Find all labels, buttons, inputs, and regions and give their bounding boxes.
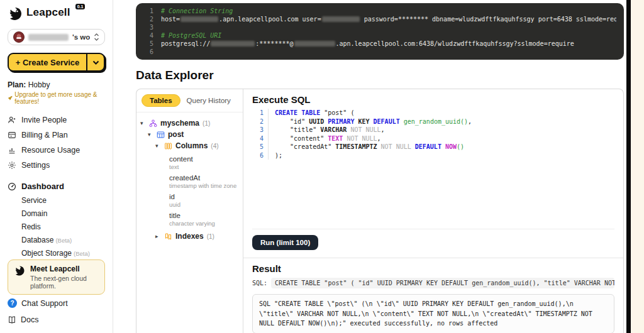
data-explorer-panel: Tables Query History ▾ myschema (1) ▾ po… (136, 89, 624, 333)
result-title: Result (252, 263, 614, 274)
workspace-selector[interactable]: 's work... (8, 29, 105, 45)
schema-icon (149, 119, 157, 128)
code-line: 6 (143, 48, 616, 56)
tab-tables[interactable]: Tables (142, 94, 180, 107)
redacted-host (294, 41, 335, 46)
schema-tree: ▾ myschema (1) ▾ post ▾ Columns ( (136, 112, 243, 247)
docs-link[interactable]: Docs (8, 312, 105, 328)
table-icon (157, 131, 165, 139)
beta-badge: (Beta) (74, 250, 90, 257)
code-line: 3 (143, 23, 616, 31)
window-edge-bar (626, 0, 631, 333)
app-screen: Leapcell 0.1 's work... + Create Service… (0, 0, 644, 333)
column-item-title[interactable]: title character varying (140, 212, 239, 227)
sidebar-item-dashboard[interactable]: Dashboard (8, 179, 105, 194)
tree-tabs: Tables Query History (136, 89, 243, 112)
promo-title: Meet Leapcell (30, 265, 99, 273)
meet-leapcell-banner[interactable]: Meet Leapcell The next-gen cloud platfor… (8, 259, 105, 295)
create-service-dropdown[interactable] (86, 54, 104, 70)
brand-logo-row: Leapcell 0.1 (8, 6, 105, 21)
result-sql-row: SQL: CREATE TABLE "post" ( "id" UUID PRI… (252, 278, 614, 288)
sidebar-item-billing[interactable]: Billing & Plan (8, 128, 105, 143)
chevron-right-icon[interactable]: ▸ (155, 233, 161, 239)
gauge-icon (8, 182, 16, 191)
tree-node-columns[interactable]: ▾ Columns (4) (140, 140, 239, 151)
dashboard-subitems: Service Domain Redis Database(Beta) Obje… (8, 194, 105, 259)
menu-label: Settings (21, 161, 50, 170)
tree-node-schema[interactable]: ▾ myschema (1) (140, 117, 239, 129)
docs-label: Docs (21, 315, 38, 324)
code-line: 4# PostgreSQL URI (143, 31, 616, 40)
question-circle-icon: ? (8, 298, 17, 308)
sidebar-item-invite-people[interactable]: Invite People (8, 112, 105, 128)
column-item-id[interactable]: id uuid (140, 193, 239, 208)
version-badge: 0.1 (75, 4, 86, 9)
columns-icon (164, 142, 172, 150)
leapcell-bird-icon (8, 6, 23, 21)
execute-sql-pane: Execute SQL 1CREATE TABLE "post" ( 2 "id… (243, 89, 623, 333)
dashboard-label: Dashboard (21, 182, 64, 191)
tree-node-table[interactable]: ▾ post (140, 129, 239, 140)
column-item-content[interactable]: content text (140, 155, 239, 170)
plan-label: Plan: (8, 80, 26, 89)
code-line: 2host=.apn.leapcellpool.com user= passwo… (143, 15, 616, 23)
book-icon (8, 315, 16, 324)
create-service-button[interactable]: + Create Service (8, 53, 105, 72)
editor-line: 1CREATE TABLE "post" ( (252, 109, 614, 117)
indexes-icon (164, 232, 172, 241)
result-section: Result SQL: CREATE TABLE "post" ( "id" U… (243, 258, 623, 333)
sidebar-item-object-storage[interactable]: Object Storage(Beta) (21, 246, 105, 259)
tree-node-indexes[interactable]: ▸ Indexes (1) (140, 231, 239, 242)
sidebar-item-redis[interactable]: Redis (21, 220, 105, 233)
person-add-icon (8, 116, 16, 124)
editor-line: 2 "id" UUID PRIMARY KEY DEFAULT gen_rand… (252, 117, 614, 126)
upgrade-link[interactable]: Upgrade to get more usage & features! (8, 91, 105, 105)
workspace-avatar (13, 31, 25, 43)
leapcell-bird-icon (14, 265, 25, 276)
execute-sql-title: Execute SQL (252, 94, 614, 105)
sidebar-item-domain[interactable]: Domain (21, 207, 105, 220)
code-comment: # PostgreSQL URI (161, 31, 221, 40)
plan-line: Plan: Hobby (8, 80, 105, 89)
run-button[interactable]: Run (limit 100) (252, 235, 318, 250)
create-service-label[interactable]: + Create Service (9, 54, 86, 70)
menu-label: Billing & Plan (21, 131, 68, 139)
editor-line: 4 "content" TEXT NOT NULL, (252, 134, 614, 143)
chevron-down-icon[interactable]: ▾ (155, 143, 161, 149)
editor-line: 3 "title" VARCHAR NOT NULL, (252, 126, 614, 134)
desktop-background-strip (631, 0, 644, 333)
tab-query-history[interactable]: Query History (187, 97, 231, 104)
run-row: Run (limit 100) (252, 229, 614, 258)
column-item-createdAt[interactable]: createdAt timestamp with time zone (140, 174, 239, 189)
redacted-host (180, 16, 218, 22)
sidebar-item-settings[interactable]: Settings (8, 158, 105, 173)
brand-name: Leapcell (26, 6, 70, 19)
redacted-user (211, 41, 255, 46)
main-content: 1# Connection String 2host=.apn.leapcell… (113, 0, 626, 333)
sql-label: SQL: (252, 280, 267, 287)
sidebar: Leapcell 0.1 's work... + Create Service… (0, 0, 113, 333)
menu-label: Invite People (21, 116, 67, 124)
editor-line: 5 "createdAt" TIMESTAMPTZ NOT NULL DEFAU… (252, 143, 614, 151)
sidebar-item-resource-usage[interactable]: Resource Usage (8, 143, 105, 158)
sql-editor[interactable]: 1CREATE TABLE "post" ( 2 "id" UUID PRIMA… (252, 109, 614, 229)
chat-support-label: Chat Support (21, 299, 68, 308)
code-line: 1# Connection String (143, 7, 616, 15)
sidebar-item-database[interactable]: Database(Beta) (21, 233, 105, 246)
bar-chart-icon (8, 146, 16, 155)
workspace-name-suffix: 's work... (72, 33, 90, 41)
chat-support-link[interactable]: ? Chat Support (8, 295, 105, 312)
sidebar-item-service[interactable]: Service (21, 194, 105, 207)
billing-card-icon (8, 131, 16, 139)
editor-line: 6); (252, 151, 614, 160)
chevron-down-icon[interactable]: ▾ (140, 120, 146, 126)
chevron-down-icon[interactable]: ▾ (148, 131, 153, 138)
result-message-box: SQL "CREATE TABLE \"post\" (\n \"id\" UU… (252, 294, 614, 333)
dashboard-section: Dashboard Service Domain Redis Database(… (8, 179, 105, 259)
menu-label: Resource Usage (21, 146, 80, 155)
promo-subtitle: The next-gen cloud platform. (30, 275, 99, 290)
plan-value: Hobby (28, 80, 50, 89)
beta-badge: (Beta) (55, 237, 72, 244)
schema-tree-pane: Tables Query History ▾ myschema (1) ▾ po… (136, 89, 243, 333)
connection-string-block: 1# Connection String 2host=.apn.leapcell… (136, 3, 624, 60)
